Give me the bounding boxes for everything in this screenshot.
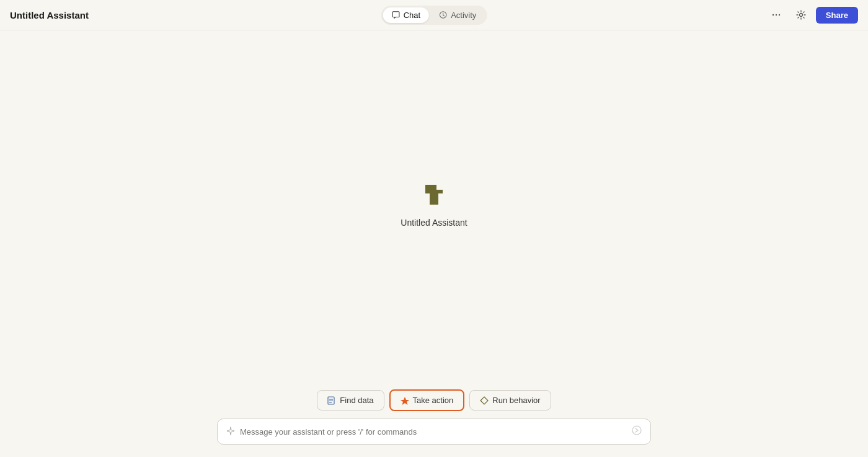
svg-rect-7 (436, 185, 443, 190)
more-options-button[interactable] (766, 5, 786, 25)
tab-chat[interactable]: Chat (383, 7, 429, 23)
tab-activity-label: Activity (451, 11, 476, 20)
settings-button[interactable] (791, 5, 811, 25)
send-button[interactable] (632, 425, 642, 438)
run-behavior-label: Run behavior (492, 396, 540, 405)
svg-point-13 (632, 426, 641, 435)
share-button[interactable]: Share (816, 7, 858, 24)
svg-point-4 (799, 14, 802, 17)
tab-group: Chat Activity (381, 6, 487, 25)
take-action-icon (401, 396, 409, 405)
header-actions: Share (766, 5, 858, 25)
svg-marker-12 (401, 397, 409, 405)
header: Untitled Assistant Chat Activity (0, 0, 868, 30)
svg-rect-6 (430, 193, 438, 205)
chat-icon (392, 11, 401, 19)
take-action-label: Take action (413, 396, 454, 405)
take-action-button[interactable]: Take action (389, 389, 465, 411)
assistant-logo-icon (419, 180, 449, 210)
message-input[interactable] (240, 427, 627, 437)
app-title: Untitled Assistant (10, 10, 89, 20)
main-content: Untitled Assistant (0, 30, 868, 376)
find-data-label: Find data (340, 396, 373, 405)
gear-icon (796, 10, 806, 20)
ellipsis-icon (771, 10, 781, 20)
message-input-container (217, 419, 651, 445)
svg-point-2 (776, 14, 777, 16)
run-behavior-icon (480, 396, 489, 405)
find-data-button[interactable]: Find data (317, 390, 384, 410)
send-icon (632, 425, 642, 435)
bottom-area: Find data Take action Run behavior (0, 379, 868, 457)
assistant-logo (418, 179, 450, 210)
find-data-icon (327, 396, 336, 405)
svg-point-1 (773, 14, 774, 16)
action-buttons: Find data Take action Run behavior (317, 389, 551, 411)
input-sparkle-icon (226, 427, 235, 437)
run-behavior-button[interactable]: Run behavior (469, 390, 551, 410)
assistant-name-label: Untitled Assistant (401, 218, 467, 228)
activity-icon (439, 11, 448, 19)
tab-activity[interactable]: Activity (430, 7, 485, 23)
svg-point-3 (779, 14, 780, 16)
tab-chat-label: Chat (404, 11, 420, 20)
